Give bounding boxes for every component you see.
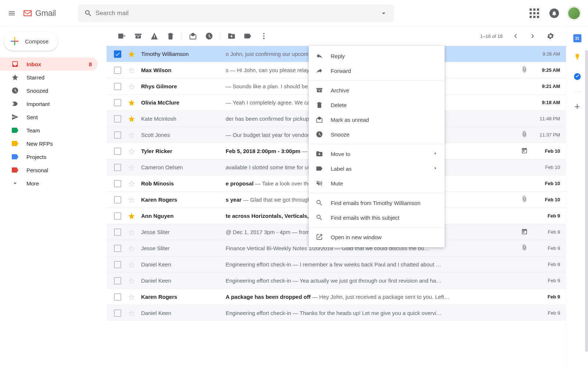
compose-button[interactable]: Compose bbox=[4, 32, 58, 51]
row-checkbox[interactable] bbox=[114, 67, 121, 74]
select-all-button[interactable] bbox=[114, 29, 130, 43]
labels-button[interactable] bbox=[240, 29, 256, 43]
star-button[interactable] bbox=[128, 229, 135, 236]
sidebar-item-label: Sent bbox=[26, 114, 38, 120]
delete-button[interactable] bbox=[162, 29, 179, 43]
sidebar-item-newrfps[interactable]: New RFPs bbox=[0, 137, 98, 150]
get-addons-button[interactable]: + bbox=[573, 102, 582, 111]
row-checkbox[interactable] bbox=[114, 245, 121, 252]
row-checkbox[interactable] bbox=[114, 229, 121, 236]
move-to-button[interactable] bbox=[223, 29, 240, 43]
sidebar-item-more[interactable]: More bbox=[0, 177, 98, 190]
keep-addon[interactable] bbox=[573, 53, 582, 62]
row-checkbox[interactable] bbox=[114, 148, 121, 155]
ctx-separator bbox=[309, 227, 445, 227]
row-checkbox[interactable] bbox=[114, 115, 121, 123]
row-checkbox[interactable] bbox=[114, 293, 121, 301]
sidebar-item-label: Team bbox=[26, 127, 40, 134]
star-button[interactable] bbox=[128, 212, 135, 220]
ctx-find-subject[interactable]: Find emails with this subject bbox=[309, 210, 445, 225]
row-checkbox[interactable] bbox=[114, 131, 121, 139]
sidebar-item-important[interactable]: Important bbox=[0, 97, 98, 110]
star-button[interactable] bbox=[128, 196, 135, 204]
sidebar-item-snoozed[interactable]: Snoozed bbox=[0, 84, 98, 97]
email-content: Engineering effort check-in — I remember… bbox=[226, 261, 531, 268]
ctx-move-to[interactable]: Move to bbox=[309, 146, 445, 161]
google-apps-button[interactable] bbox=[526, 5, 542, 21]
ctx-archive[interactable]: Archive bbox=[309, 83, 445, 98]
sidebar-item-sent[interactable]: Sent bbox=[0, 110, 98, 124]
row-checkbox[interactable] bbox=[114, 261, 121, 268]
scrollbar[interactable] bbox=[585, 50, 588, 352]
send-icon bbox=[11, 113, 19, 121]
ctx-delete[interactable]: Delete bbox=[309, 98, 445, 112]
ctx-open-new-window[interactable]: Open in new window bbox=[309, 230, 445, 244]
row-checkbox[interactable] bbox=[114, 180, 121, 187]
star-button[interactable] bbox=[128, 164, 135, 171]
mark-read-button[interactable] bbox=[185, 29, 201, 43]
star-button[interactable] bbox=[128, 245, 135, 252]
account-avatar[interactable] bbox=[566, 5, 582, 21]
star-button[interactable] bbox=[128, 83, 135, 90]
email-row[interactable]: Daniel KeenEngineering effort check-in —… bbox=[107, 272, 566, 289]
row-checkbox[interactable] bbox=[114, 309, 121, 317]
ctx-mute[interactable]: Mute bbox=[309, 176, 445, 191]
sidebar-item-personal[interactable]: Personal bbox=[0, 163, 98, 177]
row-checkbox[interactable] bbox=[114, 99, 121, 106]
older-button[interactable] bbox=[525, 29, 541, 43]
star-button[interactable] bbox=[128, 131, 135, 139]
more-actions-button[interactable] bbox=[256, 29, 272, 43]
star-button[interactable] bbox=[128, 67, 135, 74]
main-panel: 1–16 of 16 Timothy Williamsono John, jus… bbox=[107, 26, 588, 368]
search-options-button[interactable] bbox=[376, 9, 391, 17]
row-checkbox[interactable] bbox=[114, 212, 121, 220]
star-button[interactable] bbox=[128, 309, 135, 317]
sidebar-item-label: Starred bbox=[26, 74, 44, 81]
star-button[interactable] bbox=[128, 293, 135, 301]
main-menu-button[interactable] bbox=[3, 4, 21, 22]
newer-button[interactable] bbox=[507, 29, 523, 43]
star-button[interactable] bbox=[128, 180, 135, 187]
email-row[interactable]: Daniel KeenEngineering effort check-in —… bbox=[107, 256, 566, 272]
page-count: 1–16 of 16 bbox=[477, 33, 506, 39]
label-icon bbox=[11, 126, 19, 134]
ctx-label-as[interactable]: Label as bbox=[309, 161, 445, 176]
ctx-mark-unread[interactable]: Mark as unread bbox=[309, 112, 445, 127]
attachment-icon bbox=[521, 66, 528, 74]
report-spam-button[interactable] bbox=[146, 29, 162, 43]
search-input[interactable] bbox=[96, 10, 376, 17]
archive-button[interactable] bbox=[130, 29, 146, 43]
calendar-addon[interactable]: 31 bbox=[573, 34, 582, 43]
star-button[interactable] bbox=[128, 50, 135, 58]
sidebar-item-projects[interactable]: Projects bbox=[0, 150, 98, 163]
notifications-button[interactable] bbox=[546, 5, 562, 21]
email-row[interactable]: Daniel KeenEngineering effort check-in —… bbox=[107, 305, 566, 321]
star-button[interactable] bbox=[128, 148, 135, 155]
settings-button[interactable] bbox=[542, 29, 559, 43]
star-button[interactable] bbox=[128, 115, 135, 123]
email-sender: Daniel Keen bbox=[141, 277, 226, 284]
email-row[interactable]: Karen RogersA package has been dropped o… bbox=[107, 289, 566, 305]
tasks-addon[interactable] bbox=[573, 72, 582, 81]
sidebar-item-team[interactable]: Team bbox=[0, 124, 98, 137]
email-snippet: — Thanks for the heads up! Let me give y… bbox=[293, 310, 442, 316]
star-button[interactable] bbox=[128, 261, 135, 268]
sidebar-item-inbox[interactable]: Inbox8 bbox=[0, 57, 98, 71]
star-button[interactable] bbox=[128, 99, 135, 106]
sidebar-item-starred[interactable]: Starred bbox=[0, 71, 98, 84]
row-checkbox[interactable] bbox=[114, 277, 121, 284]
ctx-snooze[interactable]: Snooze bbox=[309, 127, 445, 142]
email-sender: Scott Jones bbox=[141, 132, 226, 138]
row-checkbox[interactable] bbox=[114, 196, 121, 204]
star-button[interactable] bbox=[128, 277, 135, 284]
row-checkbox[interactable] bbox=[114, 83, 121, 90]
ctx-find-sender[interactable]: Find emails from Timothy Williamson bbox=[309, 195, 445, 210]
ctx-forward[interactable]: Forward bbox=[309, 63, 445, 78]
row-checkbox[interactable] bbox=[114, 164, 121, 171]
snooze-button[interactable] bbox=[201, 29, 217, 43]
attachment-icon bbox=[521, 196, 528, 204]
ctx-reply[interactable]: Reply bbox=[309, 49, 445, 63]
search-bar[interactable] bbox=[78, 4, 394, 22]
row-checkbox[interactable] bbox=[114, 50, 121, 58]
gmail-logo[interactable]: Gmail bbox=[22, 8, 56, 18]
